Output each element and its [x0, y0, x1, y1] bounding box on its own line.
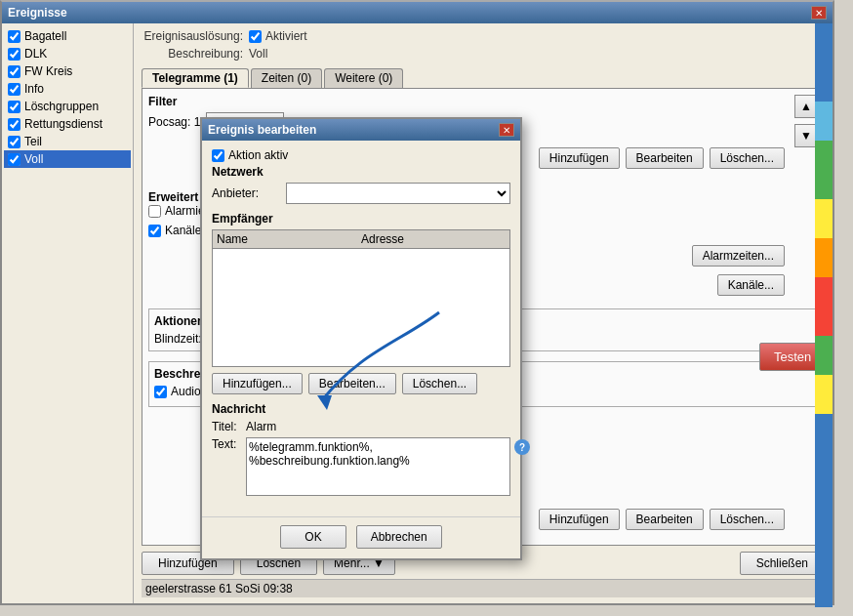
- nachricht-label: Nachricht: [212, 402, 510, 416]
- ok-button[interactable]: OK: [280, 525, 345, 549]
- modal-overlay: Ereignis bearbeiten ✕ Aktion aktiv Netzw…: [0, 0, 853, 616]
- empfaenger-body: [213, 249, 509, 366]
- aktion-aktiv-label: Aktion aktiv: [228, 148, 288, 162]
- aktion-aktiv-row: Aktion aktiv: [212, 148, 510, 162]
- empfaenger-hinzufuegen-button[interactable]: Hinzufügen...: [212, 373, 303, 394]
- anbieter-select[interactable]: [286, 183, 510, 204]
- modal-footer: OK Abbrechen: [202, 516, 520, 558]
- modal-dialog: Ereignis bearbeiten ✕ Aktion aktiv Netzw…: [200, 117, 522, 560]
- modal-title-bar: Ereignis bearbeiten ✕: [202, 119, 520, 141]
- empfaenger-col-adresse: Adresse: [361, 232, 506, 246]
- empfaenger-section: Empfänger Name Adresse Hinzufügen... Bea…: [212, 212, 510, 394]
- netzwerk-section: Netzwerk Anbieter:: [212, 165, 510, 204]
- anbieter-row: Anbieter:: [212, 183, 510, 204]
- aktion-aktiv-checkbox[interactable]: [212, 149, 224, 162]
- empfaenger-col-name: Name: [217, 232, 361, 246]
- titel-value: Alarm: [246, 420, 510, 433]
- empfaenger-table: Name Adresse: [212, 229, 510, 367]
- empfaenger-bearbeiten-button[interactable]: Bearbeiten...: [308, 373, 396, 394]
- netzwerk-label: Netzwerk: [212, 165, 510, 179]
- empfaenger-buttons: Hinzufügen... Bearbeiten... Löschen...: [212, 373, 510, 394]
- text-textarea[interactable]: %telegramm.funktion%, %beschreibung.funk…: [246, 437, 510, 496]
- empfaenger-header: Name Adresse: [213, 230, 509, 249]
- modal-close-button[interactable]: ✕: [499, 123, 514, 137]
- titel-row: Titel: Alarm: [212, 420, 510, 433]
- abbrechen-button[interactable]: Abbrechen: [356, 525, 442, 549]
- modal-body: Aktion aktiv Netzwerk Anbieter: Empfänge…: [202, 141, 520, 511]
- modal-title: Ereignis bearbeiten: [208, 123, 316, 137]
- empfaenger-label: Empfänger: [212, 212, 510, 226]
- empfaenger-loeschen-button[interactable]: Löschen...: [402, 373, 477, 394]
- nachricht-section: Nachricht Titel: Alarm Text: %telegramm.…: [212, 402, 510, 499]
- anbieter-label: Anbieter:: [212, 186, 280, 200]
- text-row: Text: %telegramm.funktion%, %beschreibun…: [212, 437, 510, 499]
- titel-label: Titel:: [212, 420, 246, 433]
- text-label: Text:: [212, 437, 246, 451]
- help-icon[interactable]: ?: [514, 439, 530, 455]
- text-area-wrapper: %telegramm.funktion%, %beschreibung.funk…: [246, 437, 510, 499]
